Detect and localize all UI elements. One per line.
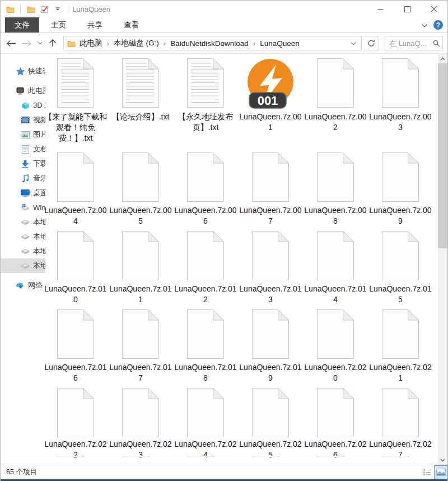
- file-tile[interactable]: [368, 451, 433, 457]
- chevron-right-icon[interactable]: ›: [163, 39, 166, 48]
- minimize-button[interactable]: [367, 1, 394, 17]
- file-tile[interactable]: LunaQueen.7z.016: [43, 305, 108, 383]
- search-input[interactable]: [389, 39, 433, 48]
- sidebar-item-local-disk-g[interactable]: 本地磁盘 (G:): [1, 258, 45, 273]
- file-name: LunaQueen.7z.024: [174, 439, 237, 460]
- breadcrumb-segment[interactable]: BaiduNetdiskDownload: [167, 39, 251, 48]
- tab-home[interactable]: 主页: [41, 17, 76, 33]
- large-icons-view-button[interactable]: [434, 465, 447, 480]
- file-tile[interactable]: LunaQueen.7z.011: [108, 226, 173, 305]
- address-box[interactable]: 此电脑›本地磁盘 (G:)›BaiduNetdiskDownload›LunaQ…: [63, 36, 362, 50]
- sidebar-item-quick-access[interactable]: 快速访问: [1, 64, 45, 78]
- blank-file-icon: [122, 231, 159, 282]
- file-tile[interactable]: LunaQueen.7z.006: [173, 148, 238, 226]
- blank-file-icon: [382, 152, 419, 203]
- file-grid: 【来了就能下载和观看！纯免费！】.txt【论坛介绍】.txt【永久地址发布页】.…: [43, 54, 435, 457]
- sidebar-item-local-disk-3[interactable]: 本地磁盘: [1, 244, 45, 258]
- file-tile[interactable]: [108, 451, 173, 457]
- file-tile[interactable]: LunaQueen.7z.027: [368, 383, 433, 451]
- file-tile[interactable]: LunaQueen.7z.020: [303, 305, 368, 383]
- sidebar-item-this-pc[interactable]: 此电脑: [1, 84, 45, 98]
- file-tile[interactable]: LunaQueen.7z.013: [238, 226, 303, 305]
- file-tile[interactable]: LunaQueen.7z.018: [173, 305, 238, 383]
- tab-file[interactable]: 文件: [5, 17, 39, 33]
- qat-dropdown-icon[interactable]: [53, 4, 63, 14]
- scroll-up-icon[interactable]: [438, 54, 447, 63]
- sidebar-item-local-disk-1[interactable]: 本地磁盘: [1, 215, 45, 229]
- file-tile[interactable]: LunaQueen.7z.002: [303, 54, 368, 148]
- sidebar-item-local-disk-2[interactable]: 本地磁盘: [1, 229, 45, 244]
- file-tile[interactable]: [173, 451, 238, 457]
- sidebar-item-3d-objects[interactable]: 3D 对象: [1, 98, 45, 113]
- file-tile[interactable]: [238, 451, 303, 457]
- details-view-button[interactable]: [421, 465, 434, 480]
- disk-win-icon: [21, 203, 30, 212]
- breadcrumb: 此电脑›本地磁盘 (G:)›BaiduNetdiskDownload›LunaQ…: [77, 38, 347, 48]
- file-tile[interactable]: LunaQueen.7z.021: [368, 305, 433, 383]
- qat-checkbox-icon[interactable]: [39, 4, 49, 14]
- recent-locations-icon[interactable]: [35, 36, 44, 50]
- chevron-right-icon[interactable]: ›: [253, 39, 256, 48]
- file-tile[interactable]: 【论坛介绍】.txt: [108, 54, 173, 148]
- tab-share[interactable]: 共享: [78, 17, 112, 33]
- file-name: LunaQueen.7z.020: [304, 362, 367, 383]
- file-tile[interactable]: LunaQueen.7z.012: [173, 226, 238, 305]
- sidebar-item-documents[interactable]: 文档: [1, 142, 45, 156]
- file-tile[interactable]: 【永久地址发布页】.txt: [173, 54, 238, 148]
- search-icon[interactable]: [433, 40, 440, 47]
- qat-folder-icon[interactable]: [26, 4, 36, 14]
- file-tile[interactable]: LunaQueen.7z.022: [43, 383, 108, 451]
- sidebar-item-pictures[interactable]: 图片: [1, 127, 45, 142]
- file-tile[interactable]: LunaQueen.7z.019: [238, 305, 303, 383]
- file-name: LunaQueen.7z.010: [44, 284, 108, 305]
- file-tile[interactable]: [43, 451, 108, 457]
- sidebar-item-windows-c[interactable]: Windows (C:): [1, 200, 45, 215]
- documents-icon: [21, 145, 30, 154]
- file-tile[interactable]: LunaQueen.7z.014: [303, 226, 368, 305]
- maximize-button[interactable]: [394, 1, 421, 17]
- file-tile[interactable]: LunaQueen.7z.026: [303, 383, 368, 451]
- file-tile[interactable]: LunaQueen.7z.024: [173, 383, 238, 451]
- scroll-down-icon[interactable]: [438, 455, 447, 465]
- breadcrumb-segment[interactable]: LunaQueen: [257, 39, 302, 48]
- tab-view[interactable]: 查看: [114, 17, 148, 33]
- file-name: 【来了就能下载和观看！纯免费！】.txt: [44, 112, 108, 144]
- breadcrumb-segment[interactable]: 本地磁盘 (G:): [111, 38, 162, 48]
- sidebar-item-downloads[interactable]: 下载: [1, 156, 45, 171]
- help-icon[interactable]: ?: [433, 20, 443, 30]
- refresh-button[interactable]: [364, 36, 379, 50]
- file-tile[interactable]: 001LunaQueen.7z.001: [238, 54, 303, 148]
- back-button[interactable]: [4, 36, 18, 50]
- blank-file-icon: [57, 309, 94, 360]
- file-tile[interactable]: LunaQueen.7z.003: [368, 54, 433, 148]
- forward-button[interactable]: [20, 36, 34, 50]
- chevron-right-icon[interactable]: ›: [106, 39, 110, 48]
- file-name: LunaQueen.7z.009: [368, 205, 432, 226]
- file-tile[interactable]: LunaQueen.7z.023: [108, 383, 173, 451]
- file-name: LunaQueen.7z.005: [109, 205, 172, 226]
- close-button[interactable]: [421, 1, 447, 17]
- file-tile[interactable]: [303, 451, 368, 457]
- file-tile[interactable]: 【来了就能下载和观看！纯免费！】.txt: [43, 54, 108, 148]
- file-tile[interactable]: LunaQueen.7z.005: [108, 148, 173, 226]
- file-tile[interactable]: LunaQueen.7z.007: [238, 148, 303, 226]
- sidebar-item-desktop[interactable]: 桌面: [1, 186, 45, 200]
- file-tile[interactable]: LunaQueen.7z.010: [43, 226, 108, 305]
- sidebar-item-videos[interactable]: 视频: [1, 113, 45, 127]
- address-dropdown-icon[interactable]: [347, 38, 360, 48]
- file-tile[interactable]: LunaQueen.7z.015: [368, 226, 433, 305]
- file-tile[interactable]: LunaQueen.7z.004: [43, 148, 108, 226]
- up-button[interactable]: [45, 36, 60, 50]
- file-tile[interactable]: LunaQueen.7z.025: [238, 383, 303, 451]
- text-file-icon: [122, 58, 159, 110]
- file-tile[interactable]: LunaQueen.7z.008: [303, 148, 368, 226]
- file-name: LunaQueen.7z.011: [109, 284, 172, 305]
- collapse-ribbon-icon[interactable]: [421, 20, 428, 30]
- sidebar-item-music[interactable]: 音乐: [1, 171, 45, 186]
- scrollbar-thumb[interactable]: [438, 63, 447, 248]
- file-tile[interactable]: LunaQueen.7z.017: [108, 305, 173, 383]
- file-tile[interactable]: LunaQueen.7z.009: [368, 148, 433, 226]
- vertical-scrollbar[interactable]: [438, 54, 447, 465]
- sidebar-item-network[interactable]: 网络: [1, 278, 45, 293]
- breadcrumb-segment[interactable]: 此电脑: [77, 38, 105, 48]
